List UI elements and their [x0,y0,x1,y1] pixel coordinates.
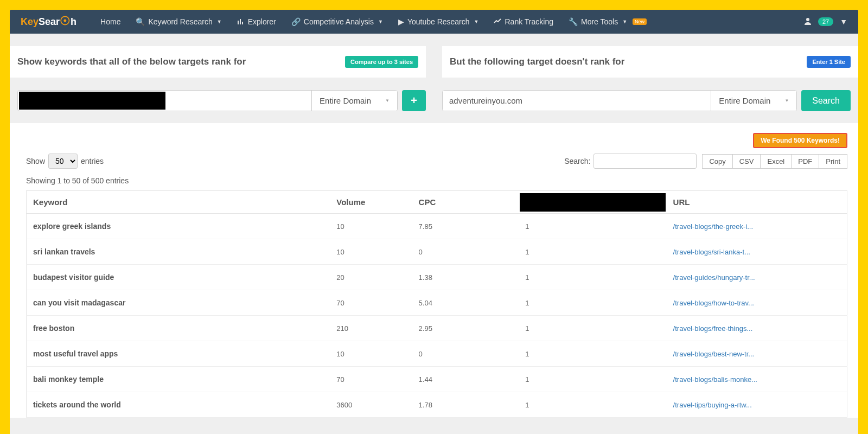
url-link[interactable]: /travel-blogs/how-to-trav... [673,299,754,307]
cell-rank: 1 [519,316,666,341]
chevron-down-icon: ▼ [385,98,390,103]
chevron-down-icon: ▼ [217,19,222,24]
new-label: New [633,18,647,25]
export-excel-button[interactable]: Excel [761,154,792,169]
export-copy-button[interactable]: Copy [702,154,732,169]
cell-keyword: bali monkey temple [27,367,330,392]
compare-site-input-group: Entire Domain ▼ [17,90,398,111]
page-size-control: Show 50 entries [26,154,104,169]
nav-competitive-analysis[interactable]: 🔗 Competitive Analysis ▼ [284,10,391,34]
chart-icon [237,17,245,27]
cell-volume: 20 [330,265,412,290]
user-icon[interactable] [804,17,812,27]
nav-home[interactable]: Home [93,10,128,34]
chevron-down-icon: ▼ [378,19,383,24]
url-link[interactable]: /travel-tips/buying-a-rtw... [673,401,752,409]
url-link[interactable]: /travel-blogs/balis-monke... [673,375,757,384]
cell-rank: 1 [519,290,666,316]
cell-keyword: sri lankan travels [27,239,330,265]
cell-url: /travel-blogs/best-new-tr... [667,341,847,367]
nav-explorer-label: Explorer [248,17,276,26]
nav-rank-tracking[interactable]: Rank Tracking [486,10,560,34]
cell-volume: 70 [330,290,412,316]
col-url[interactable]: URL [667,191,847,214]
nav-more-tools[interactable]: 🔧 More Tools ▼ New [561,10,654,34]
showing-info: Showing 1 to 50 of 500 entries [26,176,847,185]
table-search-input[interactable] [593,154,697,169]
table-row: free boston2102.951/travel-blogs/free-th… [27,316,847,341]
cell-url: /travel-blogs/sri-lanka-t... [667,239,847,265]
export-csv-button[interactable]: CSV [733,154,761,169]
nav-youtube-research[interactable]: ▶ Youtube Research ▼ [391,10,487,34]
table-row: bali monkey temple701.441/travel-blogs/b… [27,367,847,392]
url-link[interactable]: /travel-blogs/best-new-tr... [673,350,755,358]
redacted-column-header [520,193,665,212]
exclude-badge: Enter 1 Site [807,56,851,68]
compare-scope-dropdown[interactable]: Entire Domain ▼ [311,91,397,111]
cell-cpc: 1.38 [412,265,519,290]
table-search-label: Search: [564,157,590,165]
exclude-scope-dropdown[interactable]: Entire Domain ▼ [711,91,796,111]
nav-explorer[interactable]: Explorer [229,10,284,34]
nav-keyword-research[interactable]: 🔍 Keyword Research ▼ [128,10,229,34]
youtube-icon: ▶ [398,17,404,26]
link-icon: 🔗 [291,17,301,26]
redacted-input[interactable] [19,92,165,110]
svg-rect-2 [242,22,243,24]
url-link[interactable]: /travel-blogs/the-greek-i... [673,222,753,231]
url-link[interactable]: /travel-blogs/sri-lanka-t... [673,248,750,256]
page-size-select[interactable]: 50 [48,154,78,169]
table-row: tickets around the world36001.781/travel… [27,392,847,418]
cell-volume: 10 [330,214,412,239]
url-link[interactable]: /travel-blogs/free-things... [673,324,753,333]
panel-exclude-header: But the following target doesn't rank fo… [442,46,858,78]
table-row: most useful travel apps1001/travel-blogs… [27,341,847,367]
exclude-site-input[interactable] [443,91,711,111]
svg-rect-0 [238,21,239,24]
cell-url: /travel-tips/buying-a-rtw... [667,392,847,418]
search-icon: 🔍 [136,17,145,26]
chevron-down-icon[interactable]: ▼ [840,17,847,26]
chevron-down-icon: ▼ [622,19,627,24]
cell-cpc: 7.85 [412,214,519,239]
export-print-button[interactable]: Print [819,154,847,169]
export-buttons: Copy CSV Excel PDF Print [702,154,847,169]
cell-rank: 1 [519,239,666,265]
chevron-down-icon: ▼ [474,19,479,24]
nav-youtube-research-label: Youtube Research [407,17,470,26]
notification-count[interactable]: 27 [818,17,833,26]
cell-cpc: 5.04 [412,290,519,316]
cell-keyword: tickets around the world [27,392,330,418]
cell-rank: 1 [519,392,666,418]
nav-rank-tracking-label: Rank Tracking [505,17,553,26]
cell-volume: 70 [330,367,412,392]
col-volume[interactable]: Volume [330,191,412,214]
table-row: explore greek islands107.851/travel-blog… [27,214,847,239]
logo[interactable]: KeySear☉h [21,16,76,28]
export-pdf-button[interactable]: PDF [792,154,819,169]
cell-volume: 210 [330,316,412,341]
nav-keyword-research-label: Keyword Research [148,17,212,26]
cell-rank: 1 [519,265,666,290]
trend-icon [494,17,501,27]
col-cpc[interactable]: CPC [412,191,519,214]
cell-cpc: 2.95 [412,316,519,341]
cell-keyword: can you visit madagascar [27,290,330,316]
col-keyword[interactable]: Keyword [27,191,330,214]
search-button[interactable]: Search [801,90,851,111]
panel-compare-header: Show keywords that all of the below targ… [10,46,426,78]
entries-label: entries [81,157,104,165]
url-link[interactable]: /travel-guides/hungary-tr... [673,273,755,282]
cell-cpc: 0 [412,341,519,367]
cell-rank: 1 [519,367,666,392]
cell-volume: 10 [330,239,412,265]
nav-more-tools-label: More Tools [581,17,618,26]
add-site-button[interactable]: + [402,90,426,111]
compare-site-input[interactable] [167,91,311,111]
wrench-icon: 🔧 [569,17,578,26]
results-table: Keyword Volume CPC URL explore greek isl… [26,190,847,418]
cell-url: /travel-blogs/how-to-trav... [667,290,847,316]
svg-rect-1 [240,19,241,24]
cell-url: /travel-guides/hungary-tr... [667,265,847,290]
table-row: budapest visitor guide201.381/travel-gui… [27,265,847,290]
